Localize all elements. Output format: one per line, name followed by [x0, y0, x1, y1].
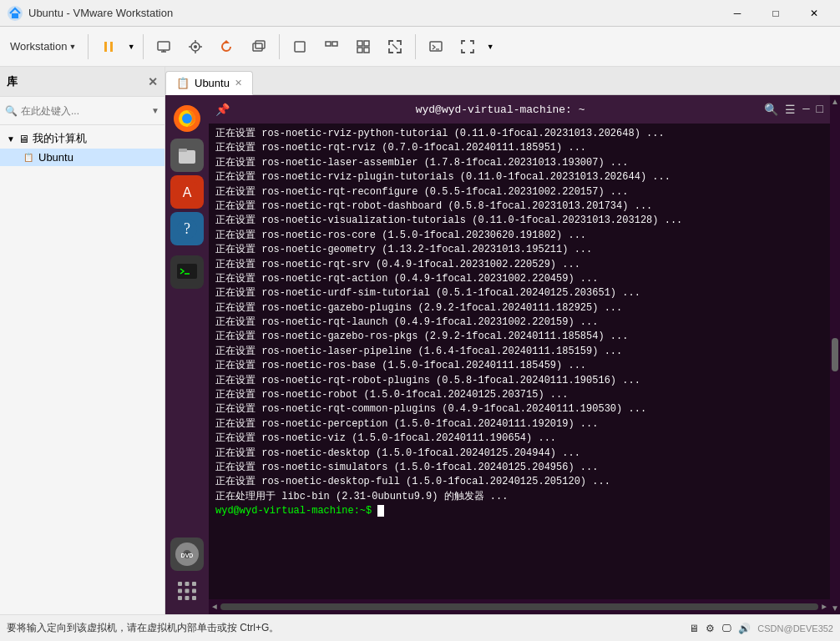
terminal-line: 正在设置 ros-noetic-rqt-common-plugins (0.4.… [215, 402, 823, 416]
svg-point-8 [194, 45, 197, 48]
terminal-line: 正在设置 ros-noetic-laser-pipeline (1.6.4-1f… [215, 345, 823, 359]
vm-search-icon[interactable]: 🔍 [764, 103, 778, 117]
pin-icon[interactable]: 📌 [215, 103, 230, 117]
search-dropdown-icon[interactable]: ▼ [151, 106, 159, 115]
ubuntu-label: Ubuntu [38, 151, 73, 164]
clone-button[interactable] [244, 32, 274, 62]
svg-rect-13 [326, 42, 331, 46]
vm-minimize-button[interactable]: ─ [802, 103, 809, 117]
terminal-line: 正在设置 ros-noetic-rqt-robot-plugins (0.5.8… [215, 374, 823, 388]
tab-bar: 📋 Ubuntu ✕ [165, 67, 840, 95]
titlebar: Ubuntu - VMware Workstation ─ □ ✕ [0, 0, 840, 27]
terminal-line: 正在设置 ros-noetic-visualization-tutorials … [215, 214, 823, 228]
sidebar-header: 库 ✕ [0, 67, 164, 97]
autofit-button[interactable] [380, 32, 410, 62]
vm-menu-icon[interactable]: ☰ [785, 103, 796, 117]
svg-point-24 [182, 114, 192, 124]
computer-icon: 🖥 [18, 133, 29, 145]
svg-rect-37 [178, 582, 182, 586]
tab-ubuntu[interactable]: 📋 Ubuntu ✕ [165, 71, 253, 95]
unity-button[interactable] [316, 32, 347, 62]
terminal-line: 正在设置 ros-noetic-rqt-reconfigure (0.5.5-1… [215, 185, 823, 199]
console-button[interactable] [421, 32, 451, 62]
dvd-icon[interactable]: DVD [170, 538, 204, 571]
apps-icon[interactable] [170, 574, 204, 608]
svg-rect-10 [253, 43, 262, 51]
expand-icon: ▼ [7, 134, 18, 144]
terminal-prompt: wyd@wyd-virtual-machine:~$ [215, 504, 823, 518]
sidebar-close-button[interactable]: ✕ [148, 75, 158, 88]
terminal-line: 正在设置 ros-noetic-robot (1.5.0-1focal.2024… [215, 388, 823, 402]
svg-rect-3 [110, 42, 113, 52]
svg-rect-39 [192, 582, 196, 586]
hscroll-left-arrow[interactable]: ◄ [212, 603, 217, 612]
terminal-line: 正在设置 ros-noetic-rqt-launch (0.4.9-1focal… [215, 315, 823, 330]
vscroll-up-arrow[interactable]: ▲ [831, 97, 839, 106]
help-icon[interactable]: ? [170, 212, 204, 245]
svg-rect-1 [12, 13, 18, 18]
tab-label: Ubuntu [195, 77, 230, 89]
terminal-line: 正在设置 ros-noetic-gazebo-ros-pkgs (2.9.2-1… [215, 330, 823, 344]
svg-rect-16 [364, 41, 369, 46]
svg-rect-45 [192, 596, 196, 600]
files-icon[interactable] [170, 139, 204, 172]
terminal-icon[interactable] [170, 255, 204, 289]
vm-display[interactable]: A ? [165, 95, 840, 614]
svg-rect-26 [179, 149, 187, 152]
svg-rect-44 [185, 596, 190, 600]
close-button[interactable]: ✕ [795, 0, 833, 27]
vscroll-thumb[interactable] [832, 338, 838, 371]
svg-rect-25 [179, 150, 195, 164]
pause-button[interactable] [94, 32, 124, 62]
svg-rect-14 [332, 42, 337, 46]
svg-rect-31 [177, 264, 197, 279]
vscroll-down-arrow[interactable]: ▼ [831, 603, 839, 613]
computer-icon [155, 38, 172, 55]
revert-button[interactable] [212, 32, 242, 62]
send-ctrlaltdel-button[interactable] [149, 32, 179, 62]
terminal-line: 正在设置 ros-noetic-laser-assembler (1.7.8-1… [215, 156, 823, 170]
search-input[interactable] [21, 105, 148, 117]
workstation-menu[interactable]: Workstation ▼ [3, 37, 83, 56]
terminal-line: 正在设置 ros-noetic-rviz-python-tutorial (0.… [215, 127, 823, 141]
sidebar-item-my-computer[interactable]: ▼ 🖥 我的计算机 [0, 129, 164, 149]
main-layout: 库 ✕ 🔍 ▼ ▼ 🖥 我的计算机 📋 Ubuntu 📋 Ubuntu [0, 67, 840, 614]
volume-icon: 🔊 [738, 623, 751, 634]
terminal-line: 正在设置 ros-noetic-rqt-srv (0.4.9-1focal.20… [215, 258, 823, 272]
hscroll-thumb[interactable] [220, 603, 818, 610]
terminal-line: 正在设置 ros-noetic-viz (1.5.0-1focal.202401… [215, 432, 823, 446]
view-icon [355, 38, 372, 55]
svg-rect-4 [158, 42, 170, 50]
vm-icon: 📋 [23, 153, 35, 162]
pause-dropdown[interactable]: ▼ [124, 32, 138, 62]
fullscreen-group: ▼ [453, 32, 497, 62]
svg-rect-12 [295, 42, 305, 52]
vm-terminal-controls: 🔍 ☰ ─ □ [764, 103, 823, 117]
appstore-icon[interactable]: A [170, 175, 204, 209]
firefox-icon[interactable] [170, 102, 204, 135]
fullscreen-toggle[interactable] [453, 32, 483, 62]
svg-rect-15 [357, 41, 362, 46]
terminal-line: 正在设置 ros-noetic-perception (1.5.0-1focal… [215, 417, 823, 432]
snapshot-button[interactable] [180, 32, 210, 62]
minimize-button[interactable]: ─ [718, 0, 757, 27]
toolbar: Workstation ▼ ▼ [0, 27, 840, 67]
app-icon [7, 5, 23, 22]
statusbar: 要将输入定向到该虚拟机，请在虚拟机内部单击或按 Ctrl+G。 🖥 ⚙ 🖵 🔊 … [0, 614, 840, 641]
view-button[interactable] [348, 32, 378, 62]
vm-terminal[interactable]: 📌 wyd@wyd-virtual-machine: ~ 🔍 ☰ ─ □ 正在设… [209, 95, 830, 614]
toolbar-sep-4 [415, 34, 416, 59]
vm-restore-button[interactable]: □ [817, 103, 823, 117]
sidebar-item-ubuntu[interactable]: 📋 Ubuntu [0, 149, 164, 166]
hscroll-right-arrow[interactable]: ► [822, 603, 827, 612]
fullscreen-icon [459, 38, 476, 55]
terminal-line: 正在设置 ros-noetic-urdf-sim-tutorial (0.5.1… [215, 286, 823, 300]
tab-close-button[interactable]: ✕ [235, 78, 242, 88]
my-computer-label: 我的计算机 [33, 131, 87, 146]
terminal-line: 正在设置 ros-noetic-rqt-action (0.4.9-1focal… [215, 272, 823, 286]
svg-text:A: A [183, 185, 192, 199]
fullscreen-button[interactable] [285, 32, 315, 62]
fullscreen-dropdown[interactable]: ▼ [483, 32, 497, 62]
vm-hscrollbar: ◄ ► [209, 599, 830, 614]
maximize-button[interactable]: □ [757, 0, 795, 27]
